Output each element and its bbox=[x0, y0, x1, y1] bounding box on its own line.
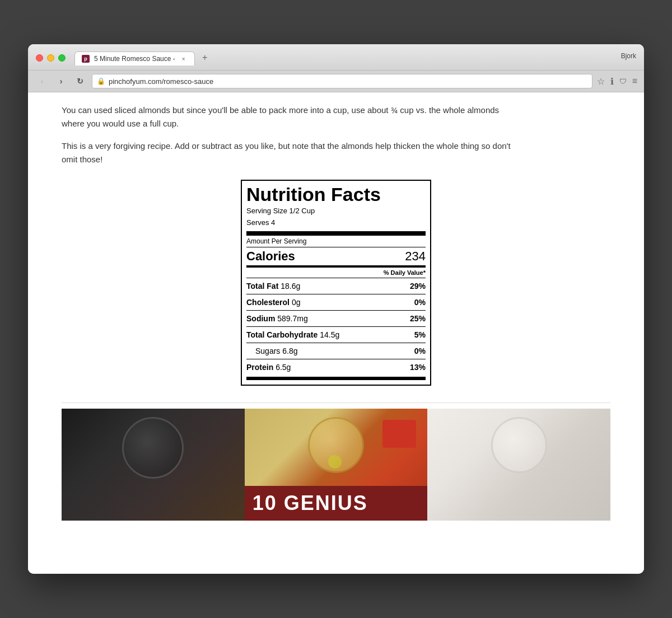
nutrient-percent-carbohydrate: 5% bbox=[414, 330, 426, 339]
shield-icon[interactable]: 🛡 bbox=[619, 77, 627, 86]
forward-button[interactable]: › bbox=[54, 74, 68, 88]
bottom-image-strip: 10 GENIUS bbox=[62, 409, 610, 521]
browser-window: p 5 Minute Romesco Sauce - × + Bjork ‹ ›… bbox=[28, 44, 644, 574]
nutrient-name-total-fat: Total Fat bbox=[246, 282, 278, 291]
bottom-image-2: 10 GENIUS bbox=[245, 409, 428, 521]
lemon-decoration bbox=[328, 455, 342, 469]
address-bar-row: ‹ › ↻ 🔒 pinchofyum.com/romesco-sauce ☆ ℹ… bbox=[28, 71, 644, 92]
serving-size: Serving Size 1/2 Cup bbox=[246, 206, 426, 216]
user-label: Bjork bbox=[621, 52, 636, 63]
nutrient-percent-sodium: 25% bbox=[410, 314, 426, 323]
serves: Serves 4 bbox=[246, 218, 426, 228]
thick-divider-top bbox=[246, 231, 426, 236]
maximize-button[interactable] bbox=[58, 54, 66, 62]
thin-divider-1 bbox=[246, 247, 426, 247]
tab-close-button[interactable]: × bbox=[180, 55, 188, 63]
address-text: pinchofyum.com/romesco-sauce bbox=[109, 77, 213, 86]
nutrient-row-protein: Protein 6.5g 13% bbox=[246, 361, 426, 373]
bookmark-icon[interactable]: ☆ bbox=[597, 76, 605, 87]
minimize-button[interactable] bbox=[47, 54, 54, 62]
toolbar-icons: ☆ ℹ 🛡 ≡ bbox=[597, 76, 637, 87]
tab-area: p 5 Minute Romesco Sauce - × + bbox=[74, 50, 621, 65]
tab-favicon: p bbox=[82, 55, 90, 63]
calories-label: Calories bbox=[246, 249, 295, 264]
back-button[interactable]: ‹ bbox=[35, 74, 49, 88]
nutrient-name-carbohydrate: Total Carbohydrate bbox=[246, 330, 318, 339]
nutrient-percent-cholesterol: 0% bbox=[414, 298, 426, 307]
thin-divider-5 bbox=[246, 326, 426, 327]
tab-title: 5 Minute Romesco Sauce - bbox=[94, 55, 175, 63]
nutrient-name-cholesterol: Cholesterol bbox=[246, 298, 290, 307]
info-icon[interactable]: ℹ bbox=[610, 76, 614, 87]
bottom-image-1 bbox=[62, 409, 245, 521]
calories-row: Calories 234 bbox=[246, 249, 426, 264]
nutrient-name-sodium: Sodium bbox=[246, 314, 275, 323]
address-bar[interactable]: 🔒 pinchofyum.com/romesco-sauce bbox=[92, 74, 592, 88]
title-bar: p 5 Minute Romesco Sauce - × + Bjork bbox=[28, 44, 644, 71]
calories-value: 234 bbox=[405, 249, 426, 264]
page-content: You can used sliced almonds but since yo… bbox=[28, 92, 644, 574]
sauce-decoration bbox=[382, 420, 416, 448]
new-tab-button[interactable]: + bbox=[197, 50, 213, 65]
nutrient-row-total-fat: Total Fat 18.6g 29% bbox=[246, 280, 426, 292]
nutrient-percent-sugars: 0% bbox=[414, 347, 426, 355]
close-button[interactable] bbox=[36, 54, 43, 62]
thin-divider-3 bbox=[246, 294, 426, 294]
bottom-image-3 bbox=[427, 409, 610, 521]
nutrient-percent-total-fat: 29% bbox=[410, 282, 426, 291]
nutrient-percent-protein: 13% bbox=[410, 363, 426, 372]
article-paragraph-1: You can used sliced almonds but since yo… bbox=[62, 104, 521, 130]
nutrition-title: Nutrition Facts bbox=[246, 184, 426, 205]
nutrient-row-sodium: Sodium 589.7mg 25% bbox=[246, 312, 426, 325]
bowl-decoration-2 bbox=[308, 417, 364, 473]
daily-value-header: % Daily Value* bbox=[246, 269, 426, 276]
reload-button[interactable]: ↻ bbox=[73, 74, 87, 88]
traffic-lights bbox=[36, 54, 66, 62]
thin-divider-4 bbox=[246, 310, 426, 311]
nutrient-row-carbohydrate: Total Carbohydrate 14.5g 5% bbox=[246, 329, 426, 341]
nutrient-row-sugars: Sugars 6.8g 0% bbox=[246, 345, 426, 357]
thin-divider-6 bbox=[246, 343, 426, 343]
nutrition-facts-wrapper: Nutrition Facts Serving Size 1/2 Cup Ser… bbox=[62, 180, 610, 386]
nutrient-name-sugars: Sugars bbox=[255, 347, 280, 355]
thick-divider-bottom bbox=[246, 377, 426, 380]
article-paragraph-2: This is a very forgiving recipe. Add or … bbox=[62, 139, 521, 166]
nutrient-name-protein: Protein bbox=[246, 363, 273, 372]
thin-divider-2 bbox=[246, 278, 426, 278]
bowl-decoration-3 bbox=[491, 417, 547, 473]
bowl-decoration-1 bbox=[122, 417, 184, 479]
genius-text: 10 GENIUS bbox=[253, 491, 420, 515]
active-tab[interactable]: p 5 Minute Romesco Sauce - × bbox=[74, 52, 195, 65]
page-divider bbox=[62, 402, 610, 403]
thin-divider-7 bbox=[246, 359, 426, 359]
lock-icon: 🔒 bbox=[97, 77, 105, 85]
menu-icon[interactable]: ≡ bbox=[632, 76, 637, 86]
amount-per-serving-label: Amount Per Serving bbox=[246, 237, 426, 245]
nutrition-facts-box: Nutrition Facts Serving Size 1/2 Cup Ser… bbox=[241, 180, 431, 386]
nutrient-row-cholesterol: Cholesterol 0g 0% bbox=[246, 296, 426, 308]
genius-overlay: 10 GENIUS bbox=[245, 486, 428, 521]
medium-divider bbox=[246, 265, 426, 268]
